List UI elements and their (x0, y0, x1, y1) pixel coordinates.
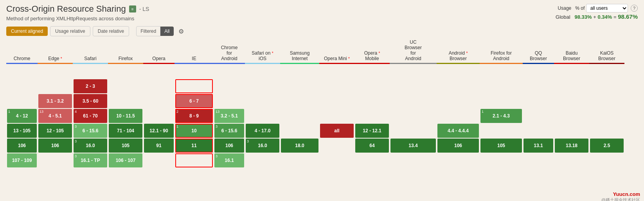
col-header-android-browser: Android *Browser (437, 39, 480, 64)
col-header-opera-mobile: Opera *Mobile (354, 39, 390, 64)
date-relative-button[interactable]: Date relative (93, 26, 129, 36)
col-header-opera: Opera (143, 39, 174, 64)
usage-section: Usage % of all users tracked users ? Glo… (513, 4, 638, 20)
all-users-dropdown[interactable]: all users tracked users (586, 4, 628, 12)
col-header-samsung: SamsungInternet (280, 39, 319, 64)
filter-group: FilteredAll (136, 26, 173, 36)
col-header-safari: Safari (73, 39, 108, 64)
table-row (6, 64, 624, 79)
table-row: 3.1 - 3.2 3.5 - 60 6 - 7 (6, 94, 624, 109)
help-button[interactable]: ? (631, 5, 638, 12)
col-header-opera-mini: Opera Mini * (319, 39, 354, 64)
col-header-qq: QQBrowser (523, 39, 554, 64)
col-header-uc-browser: UCBrowserforAndroid (390, 39, 437, 64)
col-header-baidu: BaiduBrowser (554, 39, 589, 64)
col-header-edge: Edge * (38, 39, 73, 64)
title-section: Cross-Origin Resource Sharing ≡ - LS Met… (6, 4, 149, 21)
controls-bar: Current aligned Usage relative Date rela… (0, 24, 644, 39)
app-container: Cross-Origin Resource Sharing ≡ - LS Met… (0, 0, 644, 168)
watermark: Yuucn.com (613, 191, 640, 197)
compat-table-container: Chrome Edge * Safari Firefox Opera IE Ch… (0, 39, 644, 168)
col-header-ie: IE (174, 39, 214, 64)
ls-icon: ≡ (129, 5, 136, 12)
filtered-button[interactable]: Filtered (136, 26, 160, 36)
col-header-firefox-android: Firefox forAndroid (480, 39, 523, 64)
table-row: 14 - 12 134 - 5.1 461 - 70 10 - 11.5 28 … (6, 109, 624, 123)
top-bar: Cross-Origin Resource Sharing ≡ - LS Met… (0, 0, 644, 24)
col-header-chrome-android: ChromeforAndroid (214, 39, 245, 64)
table-row: 107 - 109 316.1 - TP 106 - 107 316.1 (6, 153, 624, 168)
watermark2: @稀土掘金技术社区 (601, 197, 640, 201)
usage-relative-button[interactable]: Usage relative (50, 26, 90, 36)
table-row: 13 - 105 12 - 105 36 - 15.6 71 - 104 12.… (6, 123, 624, 138)
header-row: Chrome Edge * Safari Firefox Opera IE Ch… (6, 39, 624, 64)
page-title: Cross-Origin Resource Sharing ≡ - LS (6, 4, 149, 14)
col-header-safari-ios: Safari on *iOS (245, 39, 280, 64)
usage-main-pct: 98.33% (574, 14, 592, 20)
table-row: 2 - 3 (6, 79, 624, 94)
usage-total-pct: 98.67% (618, 13, 638, 20)
compat-table: Chrome Edge * Safari Firefox Opera IE Ch… (6, 39, 624, 168)
col-header-firefox: Firefox (108, 39, 143, 64)
usage-secondary-pct: 0.34% (597, 14, 612, 20)
current-aligned-button[interactable]: Current aligned (6, 27, 48, 36)
compat-table-body: 2 - 3 (6, 64, 624, 168)
subtitle: Method of performing XMLHttpRequests acr… (6, 16, 149, 21)
usage-label: Usage % of all users tracked users ? (513, 4, 638, 12)
all-button[interactable]: All (160, 27, 173, 36)
table-row: 106 106 316.0 105 91 11 106 316.0 18.0 6… (6, 138, 624, 153)
settings-gear-button[interactable]: ⚙ (176, 27, 186, 36)
col-header-chrome: Chrome (6, 39, 38, 64)
usage-global: Global 98.33% + 0.34% = 98.67% (513, 13, 638, 20)
col-header-kaios: KaiOSBrowser (589, 39, 624, 64)
